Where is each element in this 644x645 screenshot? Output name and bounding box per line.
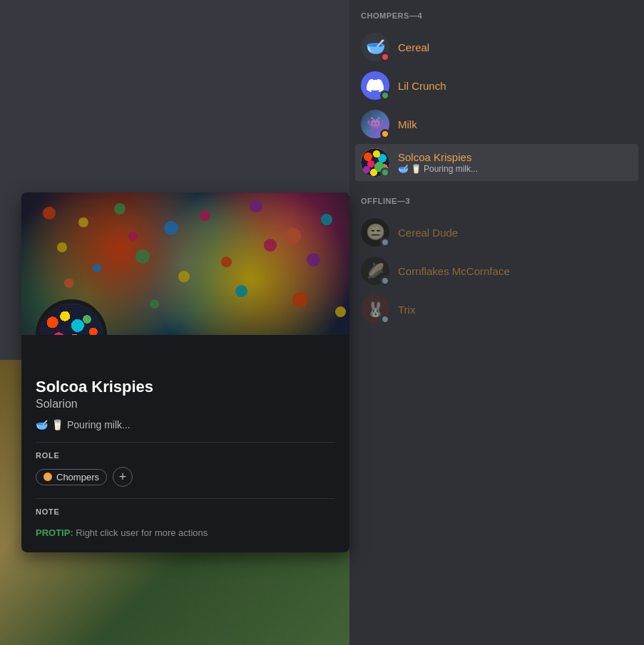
avatar-wrapper-solcoa: [361, 148, 389, 177]
avatar-wrapper-lil-crunch: [361, 71, 389, 100]
avatar-wrapper-cornflakes: 🌽: [361, 257, 389, 285]
member-name-cereal: Cereal: [398, 41, 633, 53]
member-item-cereal[interactable]: 🥣 Cereal: [355, 29, 638, 66]
note-section: NOTE: [36, 507, 335, 516]
section-header-offline: OFFLINE—3: [355, 197, 638, 211]
divider-2: [36, 498, 335, 499]
member-info-trix: Trix: [398, 304, 633, 316]
member-name-lil-crunch: Lil Crunch: [398, 80, 633, 92]
member-info-cereal-dude: Cereal Dude: [398, 227, 633, 239]
add-role-button[interactable]: +: [113, 467, 133, 487]
role-section-label: ROLE: [36, 451, 335, 460]
divider-1: [36, 442, 335, 443]
profile-discriminator: Solarion: [36, 398, 335, 411]
note-section-label: NOTE: [36, 507, 335, 516]
avatar-wrapper-cereal-dude: 😑: [361, 218, 389, 247]
status-dot-solcoa: [380, 167, 390, 177]
activity-icon-bowl: 🥣: [398, 164, 409, 174]
member-name-trix: Trix: [398, 304, 633, 316]
plus-icon: +: [119, 470, 127, 485]
profile-avatar-container: [36, 299, 107, 335]
protip-label: PROTIP:: [36, 527, 73, 538]
activity-text: Pouring milk...: [67, 419, 131, 430]
profile-banner: [21, 192, 349, 335]
status-dot-lil-crunch: [380, 91, 390, 100]
profile-body: Solcoa Krispies Solarion 🥣 🥛 Pouring mil…: [21, 335, 349, 552]
member-info-cornflakes: Cornflakes McCornface: [398, 265, 633, 277]
member-name-solcoa: Solcoa Krispies: [398, 151, 633, 163]
protip-text: Right click user for more actions: [76, 527, 208, 538]
member-list-panel: CHOMPERS—4 🥣 Cereal Lil Crunch: [349, 0, 644, 645]
activity-emoji2: 🥛: [51, 419, 63, 430]
section-header-chompers: CHOMPERS—4: [355, 11, 638, 26]
member-name-milk: Milk: [398, 118, 633, 130]
status-dot-trix: [380, 314, 390, 324]
member-activity-solcoa: 🥣 🥛 Pouring milk...: [398, 164, 633, 174]
role-color-dot: [44, 473, 52, 481]
profile-activity: 🥣 🥛 Pouring milk...: [36, 419, 335, 430]
member-item-trix[interactable]: 🐰 Trix: [355, 291, 638, 328]
status-dot-cereal-dude: [380, 237, 390, 247]
member-item-lil-crunch[interactable]: Lil Crunch: [355, 67, 638, 104]
member-item-cornflakes[interactable]: 🌽 Cornflakes McCornface: [355, 252, 638, 289]
profile-username: Solcoa Krispies: [36, 378, 335, 396]
status-dot-milk: [380, 129, 390, 139]
avatar-wrapper-trix: 🐰: [361, 295, 389, 324]
profile-popup: Solcoa Krispies Solarion 🥣 🥛 Pouring mil…: [21, 192, 349, 552]
member-info-milk: Milk: [398, 118, 633, 130]
member-info-lil-crunch: Lil Crunch: [398, 80, 633, 92]
member-info-solcoa: Solcoa Krispies 🥣 🥛 Pouring milk...: [398, 151, 633, 174]
member-item-solcoa[interactable]: Solcoa Krispies 🥣 🥛 Pouring milk...: [355, 144, 638, 181]
member-name-cereal-dude: Cereal Dude: [398, 227, 633, 239]
activity-text-solcoa: Pouring milk...: [424, 164, 478, 174]
protip: PROTIP: Right click user for more action…: [36, 527, 335, 538]
role-list: Chompers +: [36, 467, 335, 487]
member-info-cereal: Cereal: [398, 41, 633, 53]
role-name: Chompers: [56, 472, 99, 483]
status-dot-cereal: [380, 52, 390, 62]
member-item-cereal-dude[interactable]: 😑 Cereal Dude: [355, 214, 638, 251]
profile-avatar: [36, 299, 107, 335]
activity-icon-milk: 🥛: [411, 164, 421, 174]
activity-emoji: 🥣: [36, 419, 48, 430]
avatar-wrapper-milk: 👾: [361, 110, 389, 138]
member-item-milk[interactable]: 👾 Milk: [355, 105, 638, 143]
role-badge-chompers: Chompers: [36, 469, 107, 485]
status-dot-cornflakes: [380, 276, 390, 286]
member-name-cornflakes: Cornflakes McCornface: [398, 265, 633, 277]
avatar-wrapper-cereal: 🥣: [361, 33, 389, 61]
